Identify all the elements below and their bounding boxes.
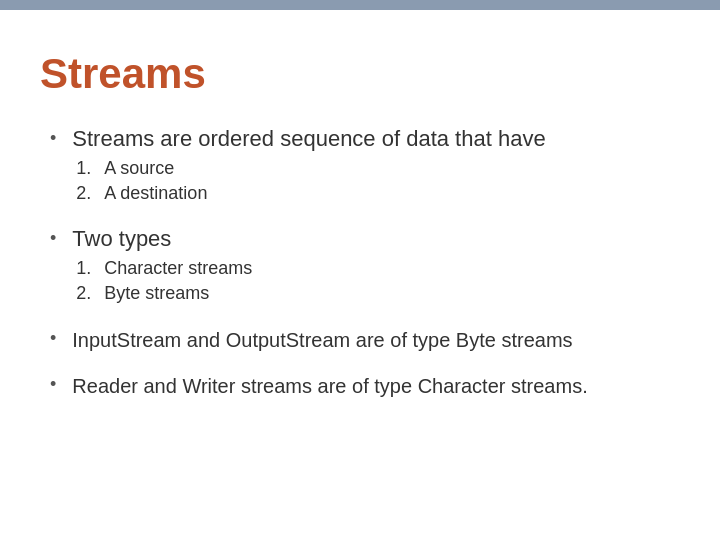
slide-title: Streams [40,50,680,98]
top-bar [0,0,720,10]
sub-list-1: 1. A source 2. A destination [76,158,680,204]
sub-list-2: 1. Character streams 2. Byte streams [76,258,680,304]
bullet-text-3: InputStream and OutputStream are of type… [72,326,680,354]
slide-content: • Streams are ordered sequence of data t… [40,126,680,400]
bullet-item-2: • Two types 1. Character streams 2. Byte… [50,226,680,308]
bullet-item-4: • Reader and Writer streams are of type … [50,372,680,400]
bullet-heading-4: Reader and Writer streams are of type Ch… [72,372,680,400]
sub-text-1-2: A destination [104,183,207,204]
bullet-dot-3: • [50,328,56,349]
bullet-heading-2: Two types [72,226,680,252]
sub-num-2-2: 2. [76,283,96,304]
sub-item-2-2: 2. Byte streams [76,283,680,304]
slide: Streams • Streams are ordered sequence o… [0,0,720,540]
bullet-dot-4: • [50,374,56,395]
sub-num-1-2: 2. [76,183,96,204]
sub-text-1-1: A source [104,158,174,179]
bullet-dot-1: • [50,128,56,149]
sub-item-2-1: 1. Character streams [76,258,680,279]
sub-num-2-1: 1. [76,258,96,279]
bullet-item-3: • InputStream and OutputStream are of ty… [50,326,680,354]
sub-item-1-1: 1. A source [76,158,680,179]
sub-text-2-2: Byte streams [104,283,209,304]
bullet-text-1: Streams are ordered sequence of data tha… [72,126,680,208]
bullet-heading-3: InputStream and OutputStream are of type… [72,326,680,354]
sub-item-1-2: 2. A destination [76,183,680,204]
sub-num-1-1: 1. [76,158,96,179]
bullet-item-1: • Streams are ordered sequence of data t… [50,126,680,208]
bullet-dot-2: • [50,228,56,249]
bullet-text-2: Two types 1. Character streams 2. Byte s… [72,226,680,308]
sub-text-2-1: Character streams [104,258,252,279]
bullet-heading-1: Streams are ordered sequence of data tha… [72,126,680,152]
bullet-text-4: Reader and Writer streams are of type Ch… [72,372,680,400]
